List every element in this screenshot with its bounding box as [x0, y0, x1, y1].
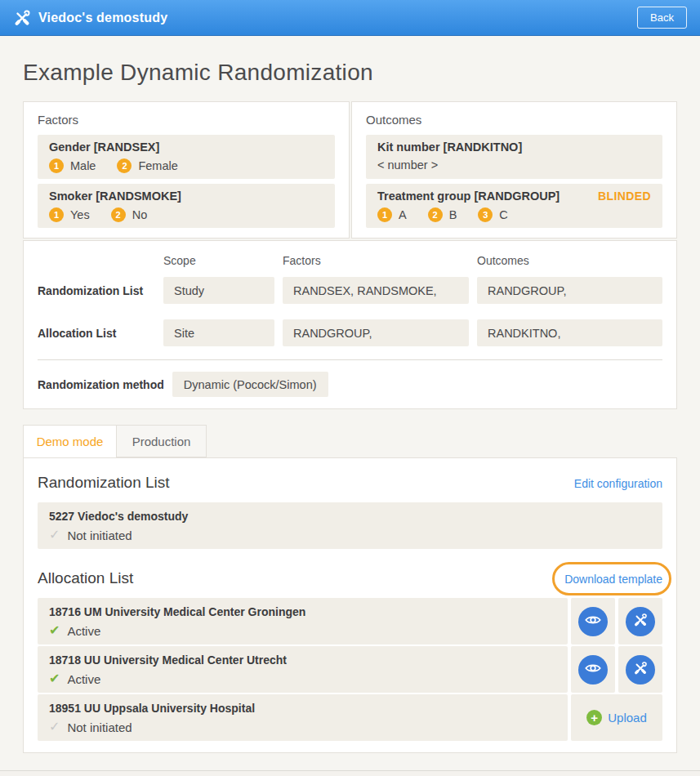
factor-item-smoker: Smoker [RANDSMOKE] 1 Yes 2 No	[38, 184, 335, 228]
configuration-table: Scope Factors Outcomes Randomization Lis…	[23, 240, 677, 409]
number-badge-icon: 1	[377, 207, 392, 222]
manage-list-button[interactable]	[626, 655, 655, 685]
scope-value: Study	[163, 277, 274, 304]
check-icon: ✓	[49, 720, 60, 734]
row-label-randomization-list: Randomization List	[38, 284, 155, 297]
column-header-factors: Factors	[283, 254, 469, 277]
factor-name: Smoker [RANDSMOKE]	[49, 189, 181, 203]
outcomes-value: RANDGROUP,	[477, 277, 662, 304]
option-label: Yes	[70, 208, 90, 221]
tab-demo-mode[interactable]: Demo mode	[23, 425, 117, 457]
top-bar: Viedoc's demostudy Back	[0, 0, 700, 36]
factor-name: Gender [RANDSEX]	[49, 140, 159, 154]
outcome-item-treatmentgroup: Treatment group [RANDGROUP] BLINDED 1 A …	[366, 184, 662, 228]
app-title: Viedoc's demostudy	[38, 11, 167, 25]
allocation-list-row: 18716 UM University Medical Center Groni…	[38, 598, 662, 644]
site-name: 18716 UM University Medical Center Groni…	[49, 604, 556, 619]
lists-panel: Randomization List Edit configuration 52…	[23, 457, 677, 753]
column-header-scope: Scope	[163, 254, 274, 277]
check-icon: ✔	[49, 672, 60, 685]
view-list-button[interactable]	[578, 607, 608, 636]
factor-option: 2 Female	[117, 158, 177, 173]
eye-icon	[584, 611, 602, 631]
outcome-option: 1 A	[377, 207, 407, 222]
option-label: No	[132, 208, 148, 221]
factors-value: RANDGROUP,	[283, 319, 469, 346]
number-badge-icon: 2	[117, 158, 132, 173]
randomization-method-value: Dynamic (Pocock/Simon)	[172, 372, 328, 397]
site-name: 18951 UU Uppsala University Hospital	[49, 701, 556, 716]
eye-icon	[584, 659, 602, 680]
option-label: Male	[70, 159, 96, 172]
list-item-name: 5227 Viedoc's demostudy	[49, 509, 651, 524]
status-text: Not initiated	[67, 528, 132, 542]
option-label: Female	[138, 159, 177, 172]
randomization-list-row: 5227 Viedoc's demostudy ✓ Not initiated	[38, 502, 662, 549]
option-label: A	[399, 208, 407, 221]
number-badge-icon: 1	[49, 158, 64, 173]
randomization-list-title: Randomization List	[38, 474, 170, 492]
number-badge-icon: 3	[478, 207, 493, 222]
factors-value: RANDSEX, RANDSMOKE,	[283, 277, 469, 304]
factors-panel: Factors Gender [RANDSEX] 1 Male 2 Female	[23, 101, 350, 239]
tab-production[interactable]: Production	[117, 425, 207, 457]
number-badge-icon: 1	[49, 207, 64, 222]
tools-icon	[633, 661, 648, 678]
option-label: C	[499, 208, 507, 221]
outcomes-value: RANDKITNO,	[477, 319, 662, 346]
site-name: 18718 UU University Medical Center Utrec…	[49, 653, 556, 667]
outcome-name: Treatment group [RANDGROUP]	[377, 189, 560, 203]
outcome-option: 2 B	[428, 207, 457, 222]
upload-label: Upload	[608, 711, 647, 725]
outcomes-panel-title: Outcomes	[366, 113, 662, 127]
plus-icon: +	[586, 710, 602, 725]
tools-icon	[13, 9, 31, 27]
manage-list-button[interactable]	[626, 607, 655, 636]
outcome-name: Kit number [RANDKITNO]	[377, 140, 522, 154]
back-button[interactable]: Back	[637, 7, 687, 29]
status-text: Active	[67, 624, 100, 638]
option-label: B	[449, 208, 457, 221]
column-header-outcomes: Outcomes	[477, 254, 662, 277]
footer-divider	[0, 770, 700, 776]
factor-option: 1 Yes	[49, 207, 90, 222]
app-brand: Viedoc's demostudy	[13, 9, 167, 27]
number-badge-icon: 2	[111, 207, 126, 222]
status-text: Not initiated	[67, 720, 132, 734]
allocation-list-row: 18718 UU University Medical Center Utrec…	[38, 646, 662, 693]
divider	[38, 359, 662, 360]
upload-button[interactable]: + Upload	[586, 710, 647, 725]
edit-configuration-link[interactable]: Edit configuration	[574, 477, 662, 490]
scope-value: Site	[163, 319, 274, 346]
mode-tabs: Demo mode Production	[23, 425, 677, 457]
outcome-value: < number >	[377, 158, 651, 173]
row-label-allocation-list: Allocation List	[38, 327, 155, 340]
outcomes-panel: Outcomes Kit number [RANDKITNO] < number…	[351, 101, 677, 239]
outcome-option: 3 C	[478, 207, 507, 222]
factors-panel-title: Factors	[38, 113, 335, 127]
status-text: Active	[67, 672, 100, 686]
download-template-link[interactable]: Download template	[564, 573, 662, 586]
factor-item-gender: Gender [RANDSEX] 1 Male 2 Female	[38, 135, 335, 179]
check-icon: ✔	[49, 624, 60, 637]
number-badge-icon: 2	[428, 207, 443, 222]
factor-option: 1 Male	[49, 158, 96, 173]
allocation-list-row: 18951 UU Uppsala University Hospital ✓ N…	[38, 694, 662, 741]
factor-option: 2 No	[111, 207, 148, 222]
page-title: Example Dynamic Randomization	[23, 60, 677, 86]
view-list-button[interactable]	[578, 655, 608, 685]
tools-icon	[633, 613, 648, 630]
check-icon: ✓	[49, 528, 60, 542]
allocation-list-title: Allocation List	[38, 569, 133, 587]
blinded-badge: BLINDED	[598, 190, 651, 203]
randomization-method-label: Randomization method	[38, 378, 164, 391]
outcome-item-kitnumber: Kit number [RANDKITNO] < number >	[366, 135, 662, 179]
